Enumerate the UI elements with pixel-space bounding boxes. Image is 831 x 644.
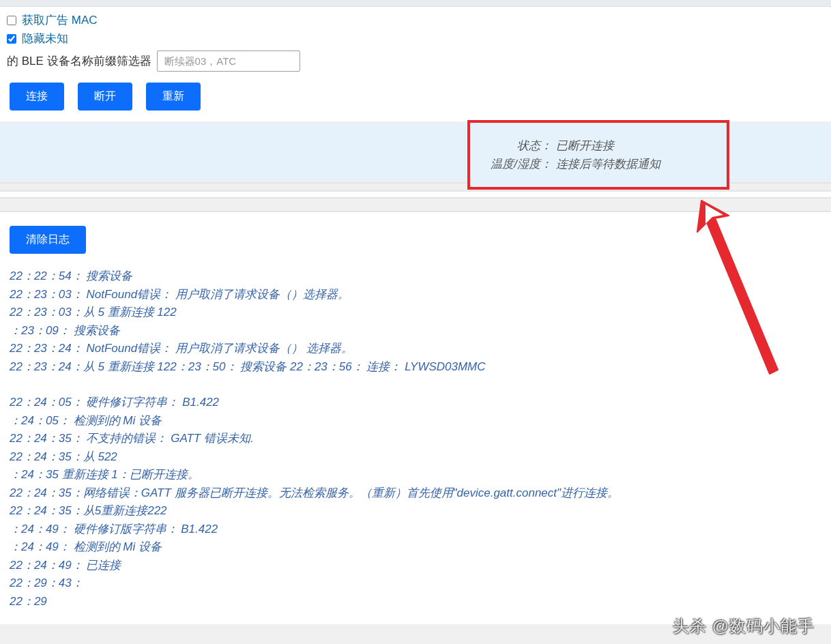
log-line: 22：24：49： 已连接 xyxy=(10,557,821,575)
status-temp-value: 连接后等待数据通知 xyxy=(556,156,660,172)
top-bar xyxy=(0,0,831,7)
filter-label: 的 BLE 设备名称前缀筛选器 xyxy=(7,53,151,69)
log-line: 22：24：35： 不支持的错误： GATT 错误未知. xyxy=(10,430,821,448)
status-highlight-box: 状态： 已断开连接 温度/湿度： 连接后等待数据通知 xyxy=(467,120,729,190)
get-adv-mac-row: 获取广告 MAC xyxy=(7,12,824,28)
log-line: ：24：05： 检测到的 Mi 设备 xyxy=(10,412,821,430)
log-line: 22：22：54： 搜索设备 xyxy=(10,267,821,286)
get-adv-mac-checkbox[interactable] xyxy=(7,16,16,25)
hide-unknown-checkbox[interactable] xyxy=(7,34,16,44)
log-line: 22：23：24： NotFound错误： 用户取消了请求设备（） 选择器。 xyxy=(10,340,821,358)
button-row: 连接 断开 重新 xyxy=(7,80,824,119)
connect-button[interactable]: 连接 xyxy=(10,83,64,111)
log-line: 22：23：24：从 5 重新连接 122：23：50： 搜索设备 22：23：… xyxy=(10,358,821,377)
log-line: 22：24：35：网络错误：GATT 服务器已断开连接。无法检索服务。（重新）首… xyxy=(10,484,821,503)
status-state-label: 状态： xyxy=(484,138,552,153)
status-temp-label: 温度/湿度： xyxy=(484,156,552,172)
status-temp-line: 温度/湿度： 连接后等待数据通知 xyxy=(484,156,713,172)
log-line: ：24：35 重新连接 1：已断开连接。 xyxy=(10,466,821,484)
log-line: 22：29：43： xyxy=(10,574,821,593)
refresh-button[interactable]: 重新 xyxy=(146,83,201,111)
status-box: 状态： 已断开连接 温度/湿度： 连接后等待数据通知 xyxy=(0,123,831,181)
hide-unknown-row: 隐藏未知 xyxy=(7,31,824,46)
filter-input[interactable] xyxy=(157,50,300,72)
log-line: 22：29 xyxy=(10,593,821,611)
log-line: ：23：09： 搜索设备 xyxy=(10,322,821,340)
log-line: 22：24：05： 硬件修订字符串： B1.422 xyxy=(10,394,821,412)
log-line: 22：24：35：从 522 xyxy=(10,448,821,467)
status-state-line: 状态： 已断开连接 xyxy=(484,138,713,153)
log-line: 22：23：03：从 5 重新连接 122 xyxy=(10,304,821,322)
log-line: 22：24：35：从5重新连接222 xyxy=(10,502,821,521)
log-line: ：24：49： 检测到的 Mi 设备 xyxy=(10,538,821,557)
divider-2 xyxy=(0,197,831,212)
log-line: ：24：49： 硬件修订版字符串： B1.422 xyxy=(10,521,821,539)
clear-log-button[interactable]: 清除日志 xyxy=(10,226,86,254)
spacer-1 xyxy=(0,192,831,197)
watermark: 头杀 @数码小能手 xyxy=(673,615,815,624)
log-section: 清除日志 22：22：54： 搜索设备22：23：03： NotFound错误：… xyxy=(0,212,831,624)
status-state-value: 已断开连接 xyxy=(556,138,614,153)
options-section: 获取广告 MAC 隐藏未知 的 BLE 设备名称前缀筛选器 连接 断开 重新 xyxy=(0,7,831,121)
log-line: 22：23：03： NotFound错误： 用户取消了请求设备（）选择器。 xyxy=(10,286,821,304)
log-content: 22：22：54： 搜索设备22：23：03： NotFound错误： 用户取消… xyxy=(10,267,821,611)
log-block-1: 22：22：54： 搜索设备22：23：03： NotFound错误： 用户取消… xyxy=(10,267,821,376)
disconnect-button[interactable]: 断开 xyxy=(78,83,132,111)
log-gap xyxy=(10,376,821,394)
filter-row: 的 BLE 设备名称前缀筛选器 xyxy=(7,50,824,72)
hide-unknown-label: 隐藏未知 xyxy=(22,31,68,46)
get-adv-mac-label: 获取广告 MAC xyxy=(22,12,98,28)
log-block-2: 22：24：05： 硬件修订字符串： B1.422：24：05： 检测到的 Mi… xyxy=(10,394,821,611)
